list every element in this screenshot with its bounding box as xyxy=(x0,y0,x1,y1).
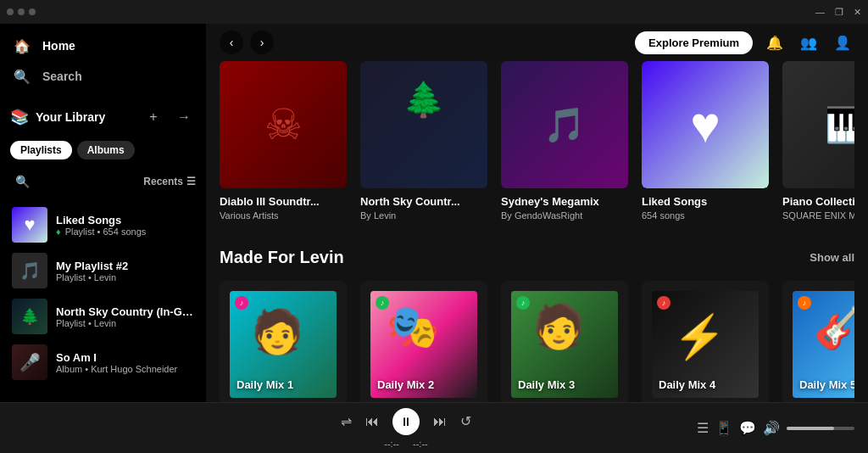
sidebar-item-home[interactable]: 🏠 Home xyxy=(0,31,206,61)
lyrics-button[interactable]: 💬 xyxy=(739,420,756,436)
player-controls: ⇌ ⏮ ⏸ ⏭ ↺ xyxy=(341,408,471,435)
daily-mix-5-badge: ♪ xyxy=(798,296,811,310)
albums-filter-button[interactable]: Albums xyxy=(77,141,135,159)
expand-library-button[interactable]: → xyxy=(172,105,196,129)
notifications-button[interactable]: 🔔 xyxy=(763,31,787,54)
my-playlist-2-name: My Playlist #2 xyxy=(56,260,194,272)
daily-mix-2-art-label: Daily Mix 2 xyxy=(377,378,434,391)
liked-songs-info: Liked Songs ♦ Playlist • 654 songs xyxy=(56,214,194,237)
piano-album-art xyxy=(782,61,854,188)
library-header: 📚 Your Library + → xyxy=(0,98,206,136)
recents-button[interactable]: Recents ☰ xyxy=(143,176,196,187)
player-right: ☰ 📱 💬 🔊 xyxy=(697,420,854,436)
daily-mix-1-art: ♪ Daily Mix 1 xyxy=(230,291,337,398)
add-library-button[interactable]: + xyxy=(142,105,165,129)
daily-mix-2-badge: ♪ xyxy=(376,296,389,310)
daily-mix-4-badge: ♪ xyxy=(657,296,670,310)
search-icon: 🔍 xyxy=(14,68,31,85)
sydney-album-title: Sydney's Megamix xyxy=(501,195,628,208)
player-center: ⇌ ⏮ ⏸ ⏭ ↺ --:-- --:-- xyxy=(129,408,683,449)
recents-label: Recents xyxy=(143,176,183,187)
explore-premium-button[interactable]: Explore Premium xyxy=(635,31,753,54)
liked-album-sub: 654 songs xyxy=(642,210,769,221)
list-item[interactable]: ♥ Liked Songs 654 songs xyxy=(642,61,769,221)
volume-fill xyxy=(787,427,834,430)
sidebar-nav: 🏠 Home 🔍 Search xyxy=(0,24,206,98)
made-for-section: Made For Levin Show all ♪ Daily Mix 1 Da… xyxy=(220,248,854,402)
list-item[interactable]: Piano Collections... SQUARE ENIX MUSIC xyxy=(782,61,854,221)
liked-album-title: Liked Songs xyxy=(642,195,769,208)
list-item[interactable]: 🎵 My Playlist #2 Playlist • Levin xyxy=(3,248,203,294)
recent-albums-section: Diablo III Soundtr... Various Artists No… xyxy=(220,61,854,227)
nav-arrows: ‹ › xyxy=(220,31,274,54)
minimize-button[interactable]: — xyxy=(815,7,825,17)
dot-2 xyxy=(18,8,25,15)
forward-button[interactable]: › xyxy=(250,31,274,54)
play-pause-button[interactable]: ⏸ xyxy=(392,408,420,435)
sidebar-item-search[interactable]: 🔍 Search xyxy=(0,61,206,92)
dot-3 xyxy=(29,8,36,15)
list-item[interactable]: ♪ Daily Mix 5 Daily Mix 5 Darren Korb, C… xyxy=(782,281,854,402)
devices-button[interactable]: 📱 xyxy=(715,420,732,436)
titlebar: — ❐ ✕ xyxy=(0,0,868,24)
main-layout: 🏠 Home 🔍 Search 📚 Your Library + → Playl… xyxy=(0,24,868,402)
home-icon: 🏠 xyxy=(14,37,31,54)
friends-button[interactable]: 👥 xyxy=(797,31,821,54)
north-sky-info: North Sky Country (In-Game) Playlist • L… xyxy=(56,305,194,328)
list-item[interactable]: Diablo III Soundtr... Various Artists xyxy=(220,61,347,221)
list-item[interactable]: Sydney's Megamix By GendoWasRight xyxy=(501,61,628,221)
diablo-album-sub: Various Artists xyxy=(220,210,347,221)
list-item[interactable]: ♥ Liked Songs ♦ Playlist • 654 songs xyxy=(3,202,203,248)
section-title: Made For Levin xyxy=(220,248,344,267)
volume-button[interactable]: 🔊 xyxy=(763,420,780,436)
next-button[interactable]: ⏭ xyxy=(433,414,447,429)
list-item[interactable]: ♪ Daily Mix 3 Daily Mix 3 Darren Ang, Mi… xyxy=(501,281,628,402)
list-item[interactable]: 🌲 North Sky Country (In-Game) Playlist •… xyxy=(3,294,203,339)
home-label: Home xyxy=(42,39,75,53)
your-library-button[interactable]: 📚 Your Library xyxy=(10,108,135,126)
shuffle-button[interactable]: ⇌ xyxy=(341,413,352,429)
my-playlist-2-thumbnail: 🎵 xyxy=(12,253,47,288)
main-content: ‹ › Explore Premium 🔔 👥 👤 Diablo III Sou… xyxy=(206,24,868,402)
top-bar: ‹ › Explore Premium 🔔 👥 👤 xyxy=(206,24,868,61)
playlists-filter-button[interactable]: Playlists xyxy=(10,141,72,159)
northsky-album-art xyxy=(360,61,487,188)
daily-mix-3-badge: ♪ xyxy=(516,296,530,310)
so-am-i-meta: Album • Kurt Hugo Schneider xyxy=(56,364,194,374)
list-item[interactable]: ♪ Daily Mix 2 Daily Mix 2 ROZEN, Nobuo U… xyxy=(360,281,487,402)
my-playlist-2-info: My Playlist #2 Playlist • Levin xyxy=(56,260,194,282)
library-filters: Playlists Albums xyxy=(0,136,206,165)
playlist-list: ♥ Liked Songs ♦ Playlist • 654 songs 🎵 M… xyxy=(0,199,206,402)
north-sky-thumbnail: 🌲 xyxy=(12,299,47,334)
library-title-label: Your Library xyxy=(36,110,105,124)
library-icon: 📚 xyxy=(10,108,29,126)
daily-mix-2-art: ♪ Daily Mix 2 xyxy=(370,291,477,398)
liked-album-art: ♥ xyxy=(642,61,769,188)
volume-bar[interactable] xyxy=(787,427,854,430)
maximize-button[interactable]: ❐ xyxy=(835,7,843,18)
previous-button[interactable]: ⏮ xyxy=(365,414,379,429)
list-item[interactable]: North Sky Countr... By Levin xyxy=(360,61,487,221)
so-am-i-thumbnail: 🎤 xyxy=(12,344,47,380)
section-header: Made For Levin Show all xyxy=(220,248,854,267)
list-icon: ☰ xyxy=(186,176,196,187)
profile-button[interactable]: 👤 xyxy=(831,31,854,54)
daily-mix-3-art-label: Daily Mix 3 xyxy=(518,378,575,391)
dot-1 xyxy=(7,8,14,15)
queue-button[interactable]: ☰ xyxy=(697,420,709,436)
show-all-button[interactable]: Show all xyxy=(810,251,854,264)
list-item[interactable]: 🎤 So Am I Album • Kurt Hugo Schneider xyxy=(3,339,203,385)
back-button[interactable]: ‹ xyxy=(220,31,243,54)
close-button[interactable]: ✕ xyxy=(854,7,861,18)
piano-album-sub: SQUARE ENIX MUSIC xyxy=(782,210,854,221)
sydney-album-sub: By GendoWasRight xyxy=(501,210,628,221)
repeat-button[interactable]: ↺ xyxy=(460,413,471,429)
piano-album-title: Piano Collections... xyxy=(782,195,854,208)
diablo-album-art xyxy=(220,61,347,188)
sidebar: 🏠 Home 🔍 Search 📚 Your Library + → Playl… xyxy=(0,24,206,402)
list-item[interactable]: ♪ Daily Mix 1 Daily Mix 1 Josh Whelchel,… xyxy=(220,281,347,402)
library-search-icon[interactable]: 🔍 xyxy=(10,170,34,193)
daily-mix-1-badge: ♪ xyxy=(235,296,248,310)
list-item[interactable]: ♪ Daily Mix 4 Daily Mix 4 Gothic Storm, … xyxy=(642,281,769,402)
so-am-i-name: So Am I xyxy=(56,351,194,364)
